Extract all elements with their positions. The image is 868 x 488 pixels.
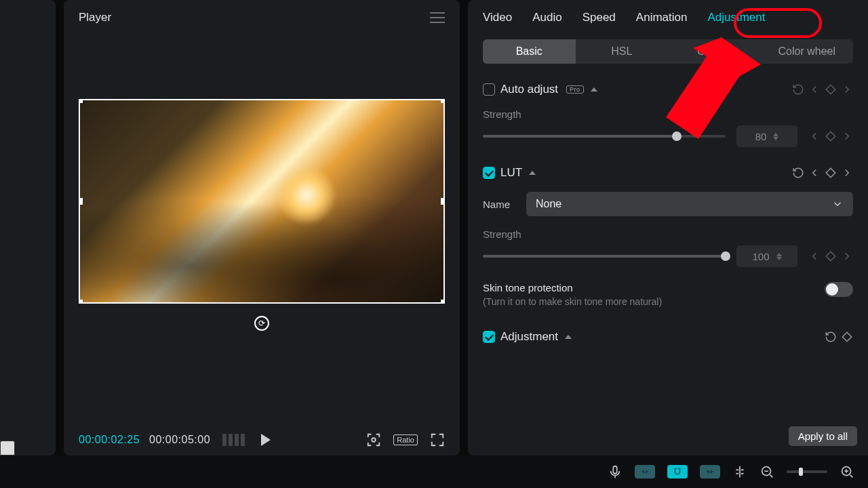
reset-icon[interactable] [792, 83, 804, 96]
lut-name-select[interactable]: None [526, 192, 853, 216]
crop-handle-r[interactable] [441, 198, 445, 205]
keyframe-icon[interactable] [825, 250, 837, 262]
auto-adjust-label: Auto adjust [500, 83, 558, 96]
keyframe-icon[interactable] [825, 167, 837, 179]
zoom-in-icon[interactable] [840, 464, 854, 479]
lut-checkbox[interactable] [483, 167, 495, 179]
properties-panel: Video Audio Speed Animation Adjustment B… [468, 0, 868, 455]
adjustment-checkbox[interactable] [483, 331, 495, 343]
player-panel: Player ⟳ 00:00:02:25 00:00:05:00 Ratio [64, 0, 460, 455]
lut-name-label: Name [483, 199, 510, 210]
skin-tone-hint: (Turn it on to make skin tone more natur… [483, 296, 825, 307]
left-panel-sliver [0, 0, 56, 455]
auto-strength-number: 80 [755, 131, 767, 142]
play-button[interactable] [261, 434, 271, 446]
apply-to-all-button[interactable]: Apply to all [789, 426, 857, 446]
next-keyframe-icon[interactable] [841, 250, 853, 262]
sync-indicator-icon: ⟳ [254, 316, 269, 331]
focus-crop-icon[interactable] [366, 432, 381, 447]
crop-handle-tl[interactable] [79, 99, 83, 103]
lut-name-value: None [536, 198, 561, 210]
subtab-basic[interactable]: Basic [483, 39, 576, 64]
lut-strength-number: 100 [752, 251, 769, 262]
svg-rect-2 [613, 466, 617, 474]
prev-keyframe-icon[interactable] [808, 83, 821, 96]
skin-tone-label: Skin tone protection [483, 282, 825, 293]
player-title: Player [79, 11, 111, 24]
collapse-icon[interactable] [529, 171, 536, 175]
tab-animation[interactable]: Animation [636, 11, 688, 24]
fullscreen-icon[interactable] [430, 432, 445, 447]
tab-speed[interactable]: Speed [583, 11, 616, 24]
crop-handle-br[interactable] [441, 300, 445, 304]
magnet-right-icon[interactable] [700, 465, 720, 479]
frame-columns-icon[interactable] [222, 434, 245, 446]
auto-strength-value[interactable]: 80 [736, 125, 797, 147]
reset-icon[interactable] [792, 167, 804, 179]
crop-handle-tr[interactable] [441, 99, 445, 103]
lut-strength-slider[interactable] [483, 255, 726, 258]
auto-strength-slider[interactable] [483, 135, 726, 138]
player-menu-icon[interactable] [430, 12, 445, 23]
subtab-color-wheel[interactable]: Color wheel [761, 39, 854, 64]
camera-track-stub-icon: ▦ [0, 441, 15, 455]
subtab-hsl[interactable]: HSL [576, 39, 669, 64]
skin-tone-toggle[interactable] [825, 282, 853, 297]
tab-video[interactable]: Video [483, 11, 512, 24]
zoom-slider[interactable] [787, 470, 827, 473]
zoom-out-icon[interactable] [760, 464, 774, 479]
auto-adjust-checkbox[interactable] [483, 83, 495, 96]
magnet-on-icon[interactable] [667, 465, 688, 479]
timecode-total: 00:00:05:00 [149, 434, 210, 446]
keyframe-icon[interactable] [841, 331, 853, 343]
next-keyframe-icon[interactable] [841, 167, 853, 179]
timeline-toolbar [0, 455, 868, 488]
lut-strength-value[interactable]: 100 [736, 245, 797, 267]
transport-bar: 00:00:02:25 00:00:05:00 Ratio [79, 420, 445, 447]
magnet-left-icon[interactable] [635, 465, 655, 479]
lut-label: LUT [500, 166, 522, 180]
reset-icon[interactable] [825, 331, 837, 343]
timecode-current: 00:00:02:25 [79, 434, 140, 446]
microphone-icon[interactable] [608, 464, 623, 479]
tab-audio[interactable]: Audio [532, 11, 561, 24]
next-keyframe-icon[interactable] [841, 83, 853, 96]
chevron-down-icon [831, 198, 844, 210]
adjustment-section-label: Adjustment [500, 330, 558, 344]
ratio-button[interactable]: Ratio [393, 434, 418, 445]
keyframe-icon[interactable] [825, 83, 837, 96]
tab-adjustment[interactable]: Adjustment [707, 11, 765, 24]
split-clip-icon[interactable] [732, 464, 747, 479]
auto-strength-label: Strength [483, 108, 853, 120]
crop-handle-bl[interactable] [79, 300, 83, 304]
svg-point-0 [372, 438, 376, 442]
subtab-curves[interactable]: Curves [668, 39, 761, 64]
collapse-icon[interactable] [591, 87, 597, 92]
prev-keyframe-icon[interactable] [808, 167, 821, 179]
adjustment-subtabs: Basic HSL Curves Color wheel [483, 39, 853, 64]
next-keyframe-icon[interactable] [841, 130, 853, 142]
lut-strength-label: Strength [483, 228, 853, 240]
video-viewport[interactable] [79, 99, 445, 304]
pro-badge: Pro [566, 85, 584, 94]
crop-handle-l[interactable] [79, 198, 83, 205]
prev-keyframe-icon[interactable] [808, 130, 821, 142]
properties-tabs: Video Audio Speed Animation Adjustment [483, 7, 853, 31]
collapse-icon[interactable] [565, 335, 572, 339]
keyframe-icon[interactable] [825, 130, 837, 142]
prev-keyframe-icon[interactable] [808, 250, 821, 262]
